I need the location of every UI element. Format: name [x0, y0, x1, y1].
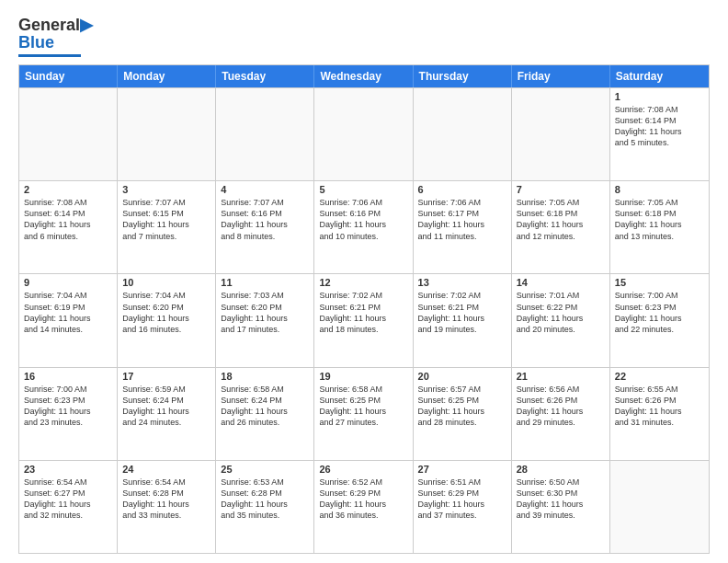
cell-info: Sunrise: 6:56 AM: [517, 384, 605, 395]
day-number: 21: [517, 371, 605, 382]
calendar-cell: [118, 88, 216, 180]
day-number: 11: [221, 277, 309, 288]
calendar-cell: 11Sunrise: 7:03 AMSunset: 6:20 PMDayligh…: [216, 274, 314, 366]
cell-info: Sunrise: 6:57 AM: [418, 384, 506, 395]
calendar-cell: 7Sunrise: 7:05 AMSunset: 6:18 PMDaylight…: [512, 181, 610, 273]
cell-info: Daylight: 11 hours: [615, 313, 704, 324]
calendar-cell: 14Sunrise: 7:01 AMSunset: 6:22 PMDayligh…: [512, 274, 610, 366]
day-number: 7: [517, 184, 605, 195]
cell-info: Daylight: 11 hours: [418, 499, 506, 510]
day-number: 22: [615, 371, 704, 382]
calendar-cell: 18Sunrise: 6:58 AMSunset: 6:24 PMDayligh…: [216, 368, 314, 460]
cell-info: Sunset: 6:16 PM: [221, 208, 309, 219]
calendar-cell: 4Sunrise: 7:07 AMSunset: 6:16 PMDaylight…: [216, 181, 314, 273]
cell-info: and 18 minutes.: [319, 324, 407, 335]
calendar-cell: 25Sunrise: 6:53 AMSunset: 6:28 PMDayligh…: [216, 461, 314, 553]
cell-info: Daylight: 11 hours: [122, 313, 210, 324]
cell-info: Sunset: 6:24 PM: [122, 395, 210, 406]
calendar-cell: 26Sunrise: 6:52 AMSunset: 6:29 PMDayligh…: [314, 461, 413, 553]
cell-info: and 13 minutes.: [615, 231, 704, 242]
calendar-cell: [314, 88, 413, 180]
cell-info: Daylight: 11 hours: [418, 406, 506, 417]
cell-info: and 33 minutes.: [122, 510, 210, 521]
day-number: 18: [221, 371, 309, 382]
cell-info: and 8 minutes.: [221, 231, 309, 242]
cell-info: Daylight: 11 hours: [319, 313, 407, 324]
day-number: 5: [319, 184, 407, 195]
day-number: 4: [221, 184, 309, 195]
logo: General▶ Blue: [18, 17, 93, 57]
cell-info: and 31 minutes.: [615, 417, 704, 428]
calendar-cell: 17Sunrise: 6:59 AMSunset: 6:24 PMDayligh…: [118, 368, 216, 460]
cell-info: and 39 minutes.: [517, 510, 605, 521]
day-number: 28: [517, 464, 605, 475]
cell-info: Sunrise: 7:08 AM: [615, 104, 704, 115]
cell-info: Daylight: 11 hours: [24, 219, 112, 230]
calendar-cell: 16Sunrise: 7:00 AMSunset: 6:23 PMDayligh…: [19, 368, 118, 460]
calendar-cell: 27Sunrise: 6:51 AMSunset: 6:29 PMDayligh…: [414, 461, 512, 553]
calendar-cell: 10Sunrise: 7:04 AMSunset: 6:20 PMDayligh…: [118, 274, 216, 366]
cell-info: Sunset: 6:14 PM: [615, 115, 704, 126]
day-number: 20: [418, 371, 506, 382]
cell-info: and 27 minutes.: [319, 417, 407, 428]
cell-info: Daylight: 11 hours: [418, 219, 506, 230]
cell-info: and 23 minutes.: [24, 417, 112, 428]
cell-info: Sunrise: 6:54 AM: [122, 477, 210, 488]
cell-info: Sunrise: 7:06 AM: [418, 197, 506, 208]
weekday-header: Tuesday: [216, 65, 314, 87]
weekday-header: Thursday: [414, 65, 512, 87]
calendar-cell: 22Sunrise: 6:55 AMSunset: 6:26 PMDayligh…: [610, 368, 709, 460]
calendar-row: 2Sunrise: 7:08 AMSunset: 6:14 PMDaylight…: [19, 180, 709, 273]
cell-info: Daylight: 11 hours: [122, 219, 210, 230]
calendar-cell: 6Sunrise: 7:06 AMSunset: 6:17 PMDaylight…: [414, 181, 512, 273]
calendar-cell: 21Sunrise: 6:56 AMSunset: 6:26 PMDayligh…: [512, 368, 610, 460]
cell-info: Daylight: 11 hours: [221, 499, 309, 510]
cell-info: Sunset: 6:14 PM: [24, 208, 112, 219]
calendar-cell: 20Sunrise: 6:57 AMSunset: 6:25 PMDayligh…: [414, 368, 512, 460]
cell-info: Sunset: 6:26 PM: [615, 395, 704, 406]
calendar-cell: [512, 88, 610, 180]
cell-info: Sunrise: 6:58 AM: [319, 384, 407, 395]
cell-info: Sunset: 6:27 PM: [24, 488, 112, 499]
cell-info: Daylight: 11 hours: [517, 219, 605, 230]
cell-info: Sunrise: 7:04 AM: [122, 290, 210, 301]
day-number: 24: [122, 464, 210, 475]
calendar-header: SundayMondayTuesdayWednesdayThursdayFrid…: [19, 65, 709, 87]
day-number: 2: [24, 184, 112, 195]
cell-info: Daylight: 11 hours: [24, 406, 112, 417]
cell-info: Daylight: 11 hours: [517, 499, 605, 510]
day-number: 3: [122, 184, 210, 195]
day-number: 14: [517, 277, 605, 288]
calendar-row: 1Sunrise: 7:08 AMSunset: 6:14 PMDaylight…: [19, 87, 709, 180]
cell-info: Sunrise: 6:54 AM: [24, 477, 112, 488]
weekday-header: Friday: [512, 65, 610, 87]
cell-info: Daylight: 11 hours: [24, 313, 112, 324]
calendar-cell: 1Sunrise: 7:08 AMSunset: 6:14 PMDaylight…: [610, 88, 709, 180]
cell-info: Sunrise: 7:07 AM: [221, 197, 309, 208]
cell-info: Sunset: 6:29 PM: [319, 488, 407, 499]
calendar-cell: 19Sunrise: 6:58 AMSunset: 6:25 PMDayligh…: [314, 368, 413, 460]
day-number: 23: [24, 464, 112, 475]
cell-info: Daylight: 11 hours: [615, 126, 704, 137]
cell-info: Sunset: 6:17 PM: [418, 208, 506, 219]
day-number: 25: [221, 464, 309, 475]
calendar-cell: 8Sunrise: 7:05 AMSunset: 6:18 PMDaylight…: [610, 181, 709, 273]
calendar-cell: 5Sunrise: 7:06 AMSunset: 6:16 PMDaylight…: [314, 181, 413, 273]
cell-info: Sunrise: 7:00 AM: [24, 384, 112, 395]
calendar-cell: 12Sunrise: 7:02 AMSunset: 6:21 PMDayligh…: [314, 274, 413, 366]
cell-info: Sunrise: 6:51 AM: [418, 477, 506, 488]
cell-info: Daylight: 11 hours: [615, 219, 704, 230]
day-number: 26: [319, 464, 407, 475]
cell-info: and 16 minutes.: [122, 324, 210, 335]
day-number: 13: [418, 277, 506, 288]
cell-info: Daylight: 11 hours: [418, 313, 506, 324]
cell-info: and 29 minutes.: [517, 417, 605, 428]
cell-info: Sunset: 6:18 PM: [517, 208, 605, 219]
day-number: 27: [418, 464, 506, 475]
cell-info: Sunrise: 7:02 AM: [418, 290, 506, 301]
cell-info: Sunrise: 7:03 AM: [221, 290, 309, 301]
cell-info: and 35 minutes.: [221, 510, 309, 521]
weekday-header: Wednesday: [314, 65, 413, 87]
cell-info: Sunset: 6:22 PM: [517, 302, 605, 313]
calendar-cell: 13Sunrise: 7:02 AMSunset: 6:21 PMDayligh…: [414, 274, 512, 366]
